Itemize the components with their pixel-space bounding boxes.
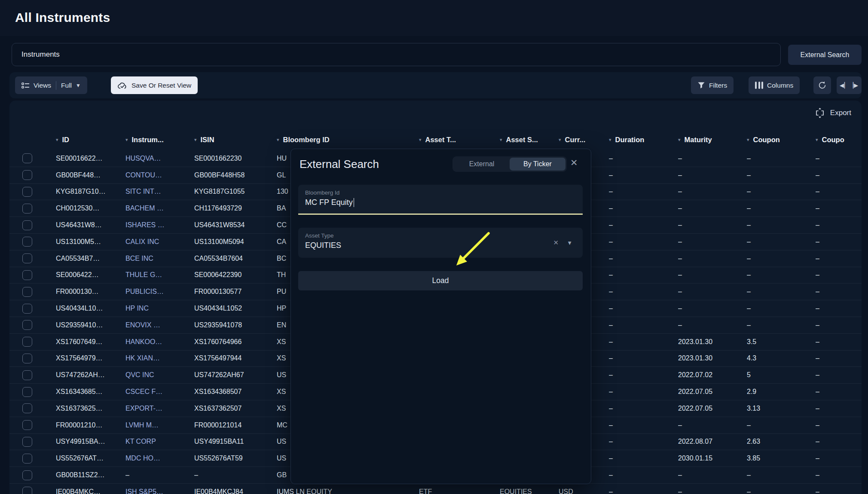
cell-instrument[interactable]: QVC INC: [125, 371, 194, 379]
tab-external[interactable]: External: [454, 158, 510, 171]
cell-id: XS17564979…: [56, 354, 125, 362]
cell-isin: SE0006422390: [194, 271, 277, 279]
row-checkbox[interactable]: [22, 170, 32, 180]
cell-instrument[interactable]: HUSQVA…: [125, 155, 194, 162]
cell-id: US40434L10…: [56, 305, 125, 312]
column-menu-icon[interactable]: ▾: [609, 137, 611, 143]
column-menu-icon[interactable]: ▾: [56, 137, 58, 143]
cell-instrument[interactable]: BACHEM …: [125, 204, 194, 212]
column-menu-icon[interactable]: ▾: [125, 137, 128, 143]
column-header[interactable]: ▾Curr...: [559, 136, 609, 144]
row-checkbox[interactable]: [22, 354, 32, 363]
save-or-reset-view-button[interactable]: Save Or Reset View: [111, 76, 198, 94]
cell-instrument[interactable]: BCE INC: [125, 255, 194, 262]
row-checkbox[interactable]: [22, 304, 32, 314]
row-checkbox[interactable]: [22, 237, 32, 247]
column-header[interactable]: ▾ISIN: [194, 136, 277, 144]
row-checkbox[interactable]: [22, 187, 32, 197]
external-search-button[interactable]: External Search: [788, 45, 862, 65]
row-checkbox[interactable]: [22, 470, 32, 480]
cell-instrument[interactable]: CSCEC F…: [125, 388, 194, 396]
column-menu-icon[interactable]: ▾: [747, 137, 749, 143]
asset-type-select[interactable]: Asset Type EQUITIES ✕ ▼: [298, 228, 583, 258]
close-icon[interactable]: ✕: [570, 158, 578, 168]
cell-instrument[interactable]: HK XIAN…: [125, 354, 194, 362]
row-checkbox[interactable]: [22, 337, 32, 347]
cell-instrument[interactable]: MDC HO…: [125, 454, 194, 462]
column-menu-icon[interactable]: ▾: [816, 137, 818, 143]
column-header[interactable]: ▾Duration: [609, 136, 678, 144]
cell-isin: US46431W8534: [194, 221, 277, 229]
filters-button[interactable]: Filters: [691, 76, 734, 94]
column-header[interactable]: ▾ID: [56, 136, 125, 144]
column-header[interactable]: ▾Maturity: [678, 136, 747, 144]
bloomberg-id-field[interactable]: Bloomberg Id MC FP Equity: [298, 185, 583, 215]
app-window: All Instruments Instruments External Sea…: [0, 0, 868, 494]
column-header[interactable]: ▾Instrum...: [125, 136, 194, 144]
load-button[interactable]: Load: [298, 271, 583, 290]
cell-coupon: –: [747, 288, 816, 296]
column-menu-icon[interactable]: ▾: [419, 137, 422, 143]
row-checkbox[interactable]: [22, 253, 32, 263]
views-dropdown-button[interactable]: Views Full ▼: [15, 76, 87, 94]
row-checkbox[interactable]: [22, 287, 32, 297]
export-button[interactable]: Export: [815, 107, 851, 119]
cell-isin: CH1176493729: [194, 204, 277, 212]
cell-instrument[interactable]: LVMH M…: [125, 421, 194, 429]
cell-instrument[interactable]: EXPORT-…: [125, 405, 194, 412]
page-title: All Instruments: [15, 10, 110, 25]
cell-maturity: 2022.07.05: [678, 405, 747, 412]
row-checkbox[interactable]: [22, 220, 32, 230]
columns-button[interactable]: Columns: [749, 76, 800, 94]
cell-instrument[interactable]: SITC INT…: [125, 188, 194, 195]
cell-instrument[interactable]: ENOVIX …: [125, 321, 194, 329]
tab-by-ticker[interactable]: By Ticker: [510, 158, 565, 171]
column-menu-icon[interactable]: ▾: [559, 137, 561, 143]
cell-coupon: –: [747, 471, 816, 479]
cell-instrument[interactable]: PUBLICIS…: [125, 288, 194, 296]
cell-instrument[interactable]: KT CORP: [125, 438, 194, 445]
row-checkbox[interactable]: [22, 487, 32, 494]
row-checkbox[interactable]: [22, 454, 32, 464]
row-checkbox[interactable]: [22, 370, 32, 380]
column-header[interactable]: ▾Coupo: [816, 136, 862, 144]
row-checkbox[interactable]: [22, 320, 32, 330]
cell-instrument[interactable]: ISH S&P5…: [125, 488, 194, 494]
cell-maturity: 2023.01.30: [678, 338, 747, 346]
cell-isin: XS1760764966: [194, 338, 277, 346]
cell-instrument[interactable]: CONTOU…: [125, 171, 194, 179]
column-header[interactable]: ▾Bloomberg ID: [277, 136, 419, 144]
cell-instrument[interactable]: HP INC: [125, 305, 194, 312]
search-input[interactable]: Instruments: [12, 43, 781, 66]
refresh-icon: [818, 81, 827, 90]
cell-coupon-freq: –: [816, 405, 862, 412]
cell-instrument[interactable]: HANKOO…: [125, 338, 194, 346]
row-checkbox[interactable]: [22, 437, 32, 447]
column-menu-icon[interactable]: ▾: [678, 137, 681, 143]
row-checkbox[interactable]: [22, 204, 32, 213]
dropdown-arrow-icon[interactable]: ▼: [567, 240, 572, 246]
row-checkbox[interactable]: [22, 420, 32, 430]
views-list-icon: [21, 82, 30, 89]
row-checkbox[interactable]: [22, 270, 32, 280]
column-header[interactable]: ▾Asset S...: [500, 136, 559, 144]
pin-columns-button[interactable]: ◀▏▕▶: [837, 76, 862, 94]
text-cursor: [354, 198, 355, 207]
cell-id: XS17607649…: [56, 338, 125, 346]
clear-icon[interactable]: ✕: [553, 239, 559, 247]
column-menu-icon[interactable]: ▾: [277, 137, 279, 143]
column-menu-icon[interactable]: ▾: [194, 137, 197, 143]
row-checkbox[interactable]: [22, 153, 32, 163]
row-checkbox[interactable]: [22, 387, 32, 397]
cell-coupon-freq: –: [816, 271, 862, 279]
cell-duration: –: [609, 271, 678, 279]
cell-id: USY49915BA…: [56, 438, 125, 445]
cell-instrument[interactable]: CALIX INC: [125, 238, 194, 246]
column-menu-icon[interactable]: ▾: [500, 137, 502, 143]
column-header[interactable]: ▾Asset T...: [419, 136, 500, 144]
refresh-button[interactable]: [813, 76, 831, 94]
row-checkbox[interactable]: [22, 403, 32, 413]
cell-instrument[interactable]: THULE G…: [125, 271, 194, 279]
cell-instrument[interactable]: ISHARES …: [125, 221, 194, 229]
column-header[interactable]: ▾Coupon: [747, 136, 816, 144]
